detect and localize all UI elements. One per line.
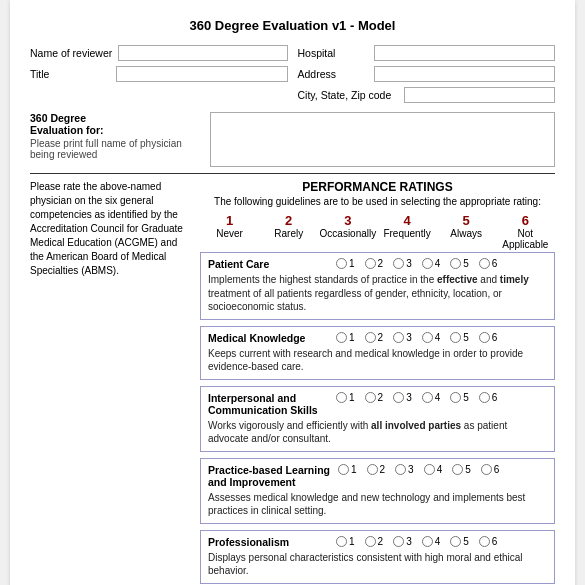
radio-ics-5-input[interactable]	[450, 392, 461, 403]
scale-label-1: Never	[216, 228, 243, 239]
radio-pro-2-input[interactable]	[365, 536, 376, 547]
address-label: Address	[298, 68, 368, 80]
radio-ics-3[interactable]: 3	[393, 392, 412, 403]
radio-mk-3-input[interactable]	[393, 332, 404, 343]
radio-ics-3-input[interactable]	[393, 392, 404, 403]
scale-num-2: 2	[285, 213, 292, 228]
scale-num-3: 3	[344, 213, 351, 228]
eval360-desc: Please print full name of physician bein…	[30, 138, 200, 160]
radio-ics-6[interactable]: 6	[479, 392, 498, 403]
radio-pro-1[interactable]: 1	[336, 536, 355, 547]
radio-mk-2-input[interactable]	[365, 332, 376, 343]
radio-pc-1[interactable]: 1	[336, 258, 355, 269]
radio-pro-5[interactable]: 5	[450, 536, 469, 547]
radio-pbl-1-input[interactable]	[338, 464, 349, 475]
radio-pc-5-input[interactable]	[450, 258, 461, 269]
radio-pc-6-input[interactable]	[479, 258, 490, 269]
radio-pbl-6-input[interactable]	[481, 464, 492, 475]
professionalism-radios: 1 2 3 4 5 6	[336, 536, 497, 547]
radio-pbl-2-input[interactable]	[367, 464, 378, 475]
ratings-scale: 1 Never 2 Rarely 3 Occasionally 4 Freque…	[200, 213, 555, 250]
radio-ics-2-input[interactable]	[365, 392, 376, 403]
radio-pbl-4[interactable]: 4	[424, 464, 443, 475]
title-input[interactable]	[116, 66, 288, 82]
radio-mk-5[interactable]: 5	[450, 332, 469, 343]
physician-name-textarea[interactable]	[210, 112, 555, 167]
interpersonal-desc: Works vigorously and efficiently with al…	[208, 419, 547, 446]
radio-pbl-3-input[interactable]	[395, 464, 406, 475]
patient-care-radios: 1 2 3 4 5 6	[336, 258, 497, 269]
radio-mk-5-input[interactable]	[450, 332, 461, 343]
radio-mk-1-input[interactable]	[336, 332, 347, 343]
radio-pbl-1[interactable]: 1	[338, 464, 357, 475]
scale-num-4: 4	[403, 213, 410, 228]
radio-pc-4[interactable]: 4	[422, 258, 441, 269]
radio-mk-4[interactable]: 4	[422, 332, 441, 343]
hospital-input[interactable]	[374, 45, 556, 61]
city-state-zip-input[interactable]	[404, 87, 556, 103]
scale-label-3: Occasionally	[320, 228, 377, 239]
radio-mk-6-input[interactable]	[479, 332, 490, 343]
address-input[interactable]	[374, 66, 556, 82]
radio-ics-1-input[interactable]	[336, 392, 347, 403]
radio-pro-3[interactable]: 3	[393, 536, 412, 547]
radio-pc-5[interactable]: 5	[450, 258, 469, 269]
radio-pbl-2[interactable]: 2	[367, 464, 386, 475]
radio-mk-6[interactable]: 6	[479, 332, 498, 343]
radio-ics-2[interactable]: 2	[365, 392, 384, 403]
radio-pbl-6[interactable]: 6	[481, 464, 500, 475]
scale-item-2: 2 Rarely	[261, 213, 316, 250]
radio-ics-6-input[interactable]	[479, 392, 490, 403]
radio-pbl-4-input[interactable]	[424, 464, 435, 475]
radio-pro-3-input[interactable]	[393, 536, 404, 547]
radio-ics-1[interactable]: 1	[336, 392, 355, 403]
radio-pro-4-input[interactable]	[422, 536, 433, 547]
medical-knowledge-name: Medical Knowledge	[208, 332, 328, 344]
radio-pro-6-input[interactable]	[479, 536, 490, 547]
right-ratings: PERFORMANCE RATINGS The following guidel…	[200, 180, 555, 585]
radio-mk-3[interactable]: 3	[393, 332, 412, 343]
radio-pc-4-input[interactable]	[422, 258, 433, 269]
radio-pc-2-input[interactable]	[365, 258, 376, 269]
radio-pro-1-input[interactable]	[336, 536, 347, 547]
scale-item-1: 1 Never	[202, 213, 257, 250]
scale-label-2: Rarely	[274, 228, 303, 239]
radio-pc-3-input[interactable]	[393, 258, 404, 269]
radio-mk-1[interactable]: 1	[336, 332, 355, 343]
radio-pbl-5-input[interactable]	[452, 464, 463, 475]
professionalism-name: Professionalism	[208, 536, 328, 548]
scale-item-5: 5 Always	[439, 213, 494, 250]
radio-pc-6[interactable]: 6	[479, 258, 498, 269]
radio-pc-1-input[interactable]	[336, 258, 347, 269]
page-title: 360 Degree Evaluation v1 - Model	[30, 18, 555, 33]
radio-ics-5[interactable]: 5	[450, 392, 469, 403]
radio-pro-2[interactable]: 2	[365, 536, 384, 547]
reviewer-label: Name of reviewer	[30, 47, 112, 59]
practice-based-desc: Assesses medical knowledge and new techn…	[208, 491, 547, 518]
radio-pro-5-input[interactable]	[450, 536, 461, 547]
scale-num-6: 6	[522, 213, 529, 228]
hospital-label: Hospital	[298, 47, 368, 59]
ratings-subtitle: The following guidelines are to be used …	[200, 196, 555, 207]
page: 360 Degree Evaluation v1 - Model Name of…	[10, 0, 575, 585]
radio-mk-2[interactable]: 2	[365, 332, 384, 343]
ratings-title: PERFORMANCE RATINGS	[200, 180, 555, 194]
left-description: Please rate the above-named physician on…	[30, 180, 200, 585]
scale-num-1: 1	[226, 213, 233, 228]
radio-pc-2[interactable]: 2	[365, 258, 384, 269]
radio-pbl-5[interactable]: 5	[452, 464, 471, 475]
reviewer-input[interactable]	[118, 45, 287, 61]
scale-label-4: Frequently	[383, 228, 430, 239]
radio-pro-6[interactable]: 6	[479, 536, 498, 547]
radio-ics-4[interactable]: 4	[422, 392, 441, 403]
radio-mk-4-input[interactable]	[422, 332, 433, 343]
main-content: Please rate the above-named physician on…	[30, 180, 555, 585]
interpersonal-name: Interpersonal andCommunication Skills	[208, 392, 328, 416]
competency-professionalism: Professionalism 1 2 3 4 5 6 Displays per…	[200, 530, 555, 584]
radio-pc-3[interactable]: 3	[393, 258, 412, 269]
radio-ics-4-input[interactable]	[422, 392, 433, 403]
competency-practice-based: Practice-based Learningand Improvement 1…	[200, 458, 555, 524]
radio-pbl-3[interactable]: 3	[395, 464, 414, 475]
competency-interpersonal: Interpersonal andCommunication Skills 1 …	[200, 386, 555, 452]
radio-pro-4[interactable]: 4	[422, 536, 441, 547]
